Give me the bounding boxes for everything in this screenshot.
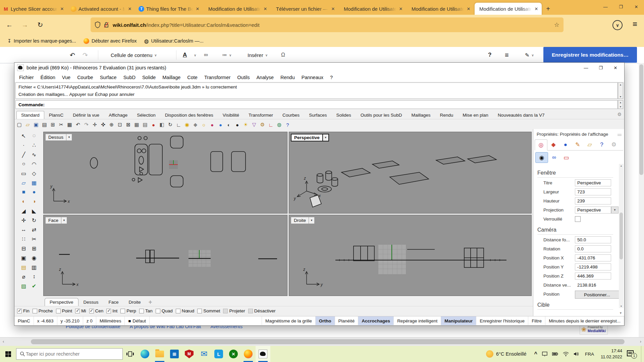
mediawiki-badge[interactable]: ❀ Powered byMediaWiki	[580, 324, 608, 335]
rhino-sidebar-icon[interactable]: ⌀	[18, 272, 29, 281]
taskbar-app-firefox[interactable]	[241, 346, 256, 362]
status-cell[interactable]: Millimètres	[96, 316, 125, 325]
rhino-sidebar-icon[interactable]: ▭	[18, 169, 29, 178]
battery-icon[interactable]	[552, 352, 558, 356]
rhino-toolbar-icon[interactable]: ▣	[32, 121, 40, 129]
chevron-down-icon[interactable]: ▼	[323, 134, 329, 141]
rhino-minimize-button[interactable]: —	[579, 63, 593, 73]
rhino-sidebar-icon[interactable]: ↔	[18, 225, 29, 234]
history-scrollbar[interactable]: ▲ ▼	[618, 82, 623, 99]
osnap-toggle[interactable]: Mi	[75, 308, 86, 313]
osnap-checkbox[interactable]	[17, 309, 22, 313]
link-button[interactable]: ∞	[204, 50, 208, 60]
rhino-menu-item[interactable]: Outils	[234, 75, 253, 80]
titre-field[interactable]: Perspective	[575, 179, 611, 186]
taskbar-clock[interactable]: 17:44 11.02.2022	[601, 348, 622, 360]
rhino-sidebar-icon[interactable]: ◠	[29, 159, 39, 169]
rhino-ribbon-tab[interactable]: Mise en plan	[458, 111, 493, 119]
rhino-sidebar-icon[interactable]: ⇄	[29, 225, 39, 234]
rhino-toolbar-icon[interactable]: ⊠	[124, 121, 132, 129]
rhino-sidebar-icon[interactable]: ◌	[29, 131, 39, 140]
osnap-toggle[interactable]: Tan	[139, 308, 153, 313]
ribbon-gear-icon[interactable]: ⚙	[617, 112, 622, 117]
osnap-toggle[interactable]: Cen	[89, 308, 104, 313]
tab-close-icon[interactable]: ✕	[127, 6, 132, 11]
display-sub-icon[interactable]: ◉	[535, 152, 548, 163]
viewport-tab[interactable]: Dessus	[78, 298, 104, 306]
bookmark-star-icon[interactable]: ☆	[554, 21, 559, 28]
properties-tab-icon[interactable]: ▱	[584, 140, 596, 150]
chevron-down-icon[interactable]: ▼	[66, 134, 72, 141]
scroll-left-icon[interactable]: ‹	[3, 339, 4, 344]
osnap-checkbox[interactable]	[56, 309, 61, 313]
rhino-ribbon-tab[interactable]: Affichage	[104, 111, 132, 119]
osnap-checkbox[interactable]	[89, 309, 94, 313]
rhino-sidebar-icon[interactable]: ↕	[29, 272, 39, 281]
rhino-close-button[interactable]: ✕	[608, 63, 623, 73]
rhino-ribbon-tab[interactable]: Surfaces	[304, 111, 331, 119]
new-viewport-tab-icon[interactable]: ✛	[146, 298, 155, 306]
osnap-toggle[interactable]: Nœud	[176, 308, 195, 313]
task-view-button[interactable]	[123, 346, 138, 362]
rhino-ribbon-tab[interactable]: PlansC	[44, 111, 68, 119]
hauteur-field[interactable]: 239	[575, 197, 611, 204]
vertical-scrollbar[interactable]	[639, 63, 644, 337]
position-z-field[interactable]: 446.369	[575, 273, 611, 280]
scroll-up-icon[interactable]: ▲	[620, 83, 622, 86]
rhino-sidebar-icon[interactable]: ∿	[29, 150, 39, 159]
viewport-perspective[interactable]: Perspective ▼	[289, 132, 532, 214]
panel-scrollbar[interactable]: ▲ ▼	[619, 164, 624, 308]
rhino-toolbar-icon[interactable]: ●	[216, 121, 225, 129]
rhino-ribbon-tab[interactable]: Transformer	[244, 111, 278, 119]
chevron-down-icon[interactable]: ∨	[192, 50, 196, 60]
rhino-sidebar-icon[interactable]: ◣	[29, 206, 39, 216]
rhino-sidebar-icon[interactable]: ✂	[29, 234, 39, 244]
rhino-ribbon-tab[interactable]: Rendu	[435, 111, 458, 119]
osnap-toggle[interactable]: Point	[56, 308, 72, 313]
browser-tab[interactable]: Modification de Utilisate ✕	[339, 3, 406, 15]
viewport-tab[interactable]: Face	[104, 298, 124, 306]
osnap-toggle[interactable]: Int	[106, 308, 117, 313]
spin-up-icon[interactable]: ▲	[620, 101, 622, 104]
rhino-toolbar-icon[interactable]: ∟	[174, 121, 183, 129]
status-cell[interactable]: Accrochages	[358, 316, 394, 325]
close-button[interactable]: ✕	[629, 0, 644, 13]
rhino-sidebar-icon[interactable]: ▱	[18, 178, 29, 187]
pocket-icon[interactable]: ∨	[612, 20, 623, 30]
horizontal-scrollbar[interactable]: ‹ ›	[0, 337, 644, 346]
rhino-toolbar-icon[interactable]: ○	[200, 121, 208, 129]
osnap-checkbox[interactable]	[156, 309, 160, 313]
rhino-sidebar-icon[interactable]: ▤	[18, 262, 29, 272]
properties-tab-icon[interactable]: ✎	[572, 140, 584, 150]
rotation-field[interactable]: 0.0	[575, 245, 611, 252]
osnap-toggle[interactable]: Sommet	[197, 308, 220, 313]
rhino-toolbar-icon[interactable]: ⊞	[49, 121, 57, 129]
rhino-menu-item[interactable]: ?	[327, 75, 336, 80]
rhino-toolbar-icon[interactable]: ✛	[91, 121, 99, 129]
rhino-toolbar-icon[interactable]: ↻	[166, 121, 174, 129]
panel-scrollbar-thumb[interactable]	[620, 213, 623, 259]
browser-tab[interactable]: Téléverser un fichier — W ✕	[271, 3, 338, 15]
scroll-up-icon[interactable]: ▲	[620, 165, 623, 167]
wifi-icon[interactable]	[563, 352, 569, 356]
tab-close-icon[interactable]: ✕	[195, 6, 200, 11]
command-input[interactable]: Commande:	[15, 100, 618, 109]
osnap-checkbox[interactable]	[139, 309, 144, 313]
position-y-field[interactable]: -1219.498	[575, 263, 611, 270]
browser-tab-active[interactable]: Modification de Utilisate ✕	[475, 3, 542, 15]
rhino-sidebar-icon[interactable]: ●	[29, 187, 39, 197]
properties-tab-icon[interactable]: ◎	[535, 139, 547, 150]
rhino-toolbar-icon[interactable]: ?	[283, 121, 292, 129]
status-cell[interactable]: Repérage intelligent	[394, 316, 441, 325]
language-indicator[interactable]: FRA	[585, 352, 594, 357]
rhino-ribbon-tab[interactable]: Définir la vue	[68, 111, 104, 119]
rhino-sidebar-icon[interactable]: ✛	[18, 216, 29, 225]
tab-close-icon[interactable]: ✕	[263, 6, 268, 11]
taskbar-app-edge[interactable]	[138, 346, 152, 362]
rhino-ribbon-tab[interactable]: Nouveautés dans la V7	[493, 111, 549, 119]
browser-tab[interactable]: Modification de Utilisate ✕	[407, 3, 474, 15]
osnap-toggle[interactable]: Projeter	[223, 308, 245, 313]
projection-dropdown-icon[interactable]: ▼	[611, 206, 619, 214]
rhino-sidebar-icon[interactable]: ↖	[18, 131, 29, 140]
viewport-face-label[interactable]: Face ▼	[45, 217, 67, 224]
